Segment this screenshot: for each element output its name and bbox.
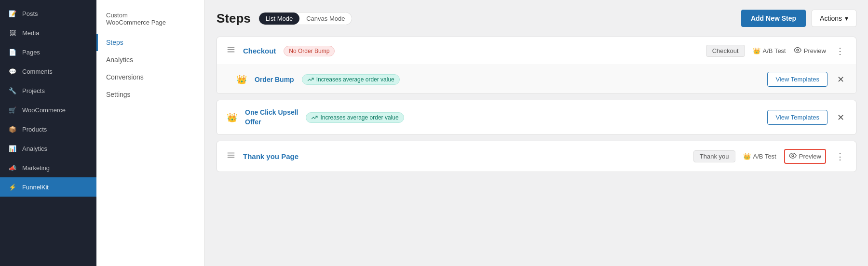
checkout-preview-button[interactable]: Preview xyxy=(794,46,826,55)
thankyou-preview-button[interactable]: Preview xyxy=(784,149,826,164)
add-new-step-button[interactable]: Add New Step xyxy=(741,10,806,27)
thankyou-list-icon xyxy=(227,151,235,162)
eye-icon xyxy=(794,46,801,55)
subnav: Custom WooCommerce Page Steps Analytics … xyxy=(96,0,205,266)
upsell-view-templates-button[interactable]: View Templates xyxy=(767,110,827,125)
upsell-step-card: 👑 One Click Upsell Offer Increases avera… xyxy=(217,100,856,135)
order-bump-badge: Increases average order value xyxy=(302,74,400,85)
order-bump-row: 👑 Order Bump Increases average order val… xyxy=(217,65,856,93)
sidebar-item-funnelkit-label: FunnelKit xyxy=(22,184,89,191)
sidebar-item-woocommerce-label: WooCommerce xyxy=(22,106,89,114)
projects-icon: 🔧 xyxy=(8,86,17,95)
checkout-step-card: Checkout No Order Bump Checkout 👑 A/B Te… xyxy=(217,37,856,94)
thankyou-ab-test-button[interactable]: 👑 A/B Test xyxy=(743,153,776,160)
canvas-mode-button[interactable]: Canvas Mode xyxy=(299,13,352,25)
comments-icon: 💬 xyxy=(8,66,17,76)
mode-toggle: List Mode Canvas Mode xyxy=(258,12,353,25)
order-bump-title[interactable]: Order Bump xyxy=(255,76,294,83)
thankyou-type-label: Thank you xyxy=(693,150,735,162)
order-bump-crown-icon: 👑 xyxy=(236,74,247,85)
main-content: Steps List Mode Canvas Mode Add New Step… xyxy=(205,0,868,266)
sidebar-item-comments-label: Comments xyxy=(22,68,89,75)
sidebar-item-funnelkit[interactable]: ⚡ FunnelKit xyxy=(0,177,96,197)
sidebar-item-posts[interactable]: 📝 Posts xyxy=(0,4,96,23)
page-title: Steps xyxy=(217,11,251,26)
crown-icon: 👑 xyxy=(753,47,760,54)
sidebar-item-comments[interactable]: 💬 Comments xyxy=(0,62,96,81)
checkout-more-button[interactable]: ⋮ xyxy=(834,46,846,56)
sidebar-item-projects[interactable]: 🔧 Projects xyxy=(0,81,96,100)
svg-point-7 xyxy=(792,155,794,157)
subnav-item-conversions[interactable]: Conversions xyxy=(96,68,204,86)
upsell-crown-icon: 👑 xyxy=(227,112,237,123)
checkout-type-label: Checkout xyxy=(706,45,745,57)
thankyou-title[interactable]: Thank you Page xyxy=(243,152,298,160)
subnav-header: Custom WooCommerce Page xyxy=(96,8,204,34)
analytics-icon: 📊 xyxy=(8,144,17,153)
sidebar: 📝 Posts 🖼 Media 📄 Pages 💬 Comments 🔧 Pro… xyxy=(0,0,96,266)
subnav-item-steps[interactable]: Steps xyxy=(96,34,204,51)
list-mode-button[interactable]: List Mode xyxy=(259,13,299,25)
sidebar-item-woocommerce[interactable]: 🛒 WooCommerce xyxy=(0,100,96,120)
upsell-title-line2[interactable]: Offer xyxy=(245,118,298,127)
sidebar-item-pages-label: Pages xyxy=(22,49,89,56)
svg-point-3 xyxy=(797,49,799,51)
sidebar-item-products-label: Products xyxy=(22,126,89,133)
sidebar-item-marketing-label: Marketing xyxy=(22,164,89,172)
sidebar-item-projects-label: Projects xyxy=(22,87,89,94)
subnav-item-analytics[interactable]: Analytics xyxy=(96,51,204,68)
thankyou-more-button[interactable]: ⋮ xyxy=(834,151,846,162)
upsell-close-button[interactable]: ✕ xyxy=(835,112,846,123)
topbar: Steps List Mode Canvas Mode Add New Step… xyxy=(217,10,856,27)
media-icon: 🖼 xyxy=(8,28,17,38)
checkout-title[interactable]: Checkout xyxy=(243,47,276,55)
chevron-down-icon: ▾ xyxy=(845,14,848,22)
upsell-title-block: One Click Upsell Offer xyxy=(245,108,298,127)
sidebar-item-posts-label: Posts xyxy=(22,10,89,17)
checkout-row: Checkout No Order Bump Checkout 👑 A/B Te… xyxy=(217,37,856,65)
order-bump-close-button[interactable]: ✕ xyxy=(835,74,846,85)
sidebar-item-marketing[interactable]: 📣 Marketing xyxy=(0,158,96,177)
subnav-item-settings[interactable]: Settings xyxy=(96,86,204,103)
upsell-badge: Increases average order value xyxy=(306,112,404,123)
no-order-bump-badge: No Order Bump xyxy=(284,46,335,56)
sidebar-item-analytics-label: Analytics xyxy=(22,145,89,152)
funnelkit-icon: ⚡ xyxy=(8,182,17,192)
sidebar-item-pages[interactable]: 📄 Pages xyxy=(0,42,96,62)
thankyou-step-card: Thank you Page Thank you 👑 A/B Test Prev… xyxy=(217,141,856,172)
sidebar-item-products[interactable]: 📦 Products xyxy=(0,120,96,139)
woocommerce-icon: 🛒 xyxy=(8,105,17,115)
pages-icon: 📄 xyxy=(8,47,17,57)
upsell-title-line1[interactable]: One Click Upsell xyxy=(245,108,298,118)
marketing-icon: 📣 xyxy=(8,163,17,173)
sidebar-item-media[interactable]: 🖼 Media xyxy=(0,23,96,42)
actions-button[interactable]: Actions ▾ xyxy=(812,10,856,27)
crown-icon-thankyou: 👑 xyxy=(743,153,751,160)
sidebar-item-analytics[interactable]: 📊 Analytics xyxy=(0,139,96,158)
checkout-ab-test-button[interactable]: 👑 A/B Test xyxy=(753,47,786,54)
products-icon: 📦 xyxy=(8,124,17,134)
eye-icon-thankyou xyxy=(789,152,797,161)
order-bump-view-templates-button[interactable]: View Templates xyxy=(767,72,827,87)
sidebar-item-media-label: Media xyxy=(22,29,89,37)
posts-icon: 📝 xyxy=(8,9,17,18)
list-icon xyxy=(227,45,235,56)
